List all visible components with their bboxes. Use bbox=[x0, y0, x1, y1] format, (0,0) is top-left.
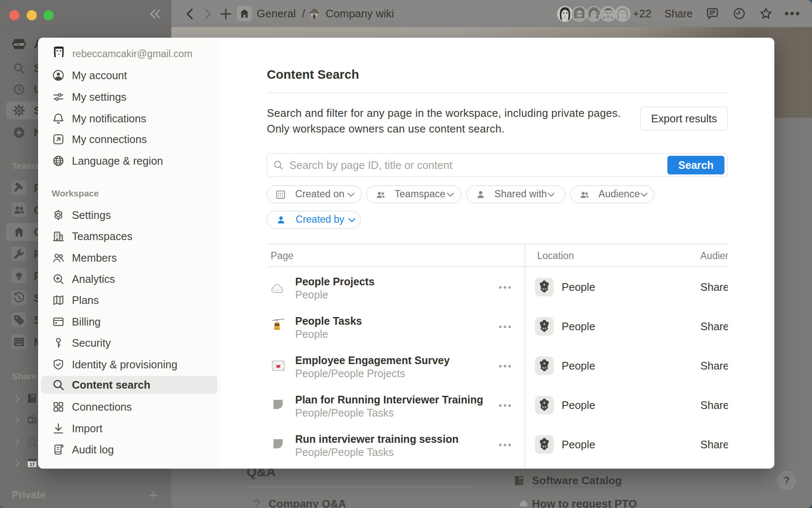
svg-text:17: 17 bbox=[30, 462, 35, 467]
svg-text:ACME: ACME bbox=[14, 42, 25, 47]
